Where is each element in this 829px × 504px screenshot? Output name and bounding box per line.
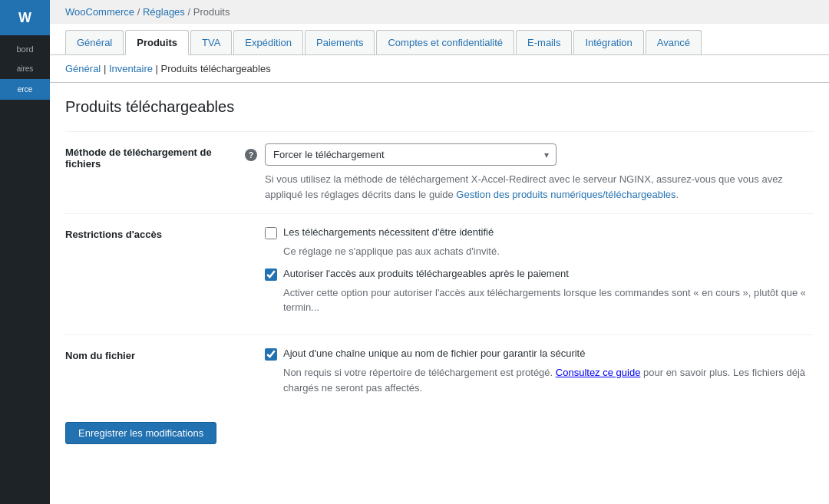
help-text-methode: Si vous utilisez la méthode de télécharg… xyxy=(265,172,814,202)
subnav-sep1: | xyxy=(104,63,109,74)
tabs-list: Général Produits TVA Expédition Paiement… xyxy=(65,24,814,54)
save-button[interactable]: Enregistrer les modifications xyxy=(65,422,216,444)
subnav-current: Produits téléchargeables xyxy=(161,63,271,74)
breadcrumb-reglages[interactable]: Réglages xyxy=(143,6,185,18)
help-icon-methode[interactable]: ? xyxy=(245,149,257,161)
info-link-cb3[interactable]: Consultez ce guide xyxy=(556,367,641,378)
help-link-methode[interactable]: Gestion des produits numériques/téléchar… xyxy=(456,189,675,200)
sidebar: W bord aires erce xyxy=(0,0,50,504)
breadcrumb-woocommerce[interactable]: WooCommerce xyxy=(65,6,134,18)
tab-produits[interactable]: Produits xyxy=(125,30,189,55)
tabs-wrapper: Général Produits TVA Expédition Paiement… xyxy=(50,24,829,55)
label-methode: Méthode de téléchargement de fichiers ? xyxy=(65,143,265,170)
dropdown-methode-wrapper: Forcer le téléchargement X-Accel-Redirec… xyxy=(265,143,557,166)
label-restrictions: Restrictions d'accès xyxy=(65,226,265,240)
sidebar-bord-label: bord xyxy=(3,44,47,54)
tab-paiements[interactable]: Paiements xyxy=(305,30,375,54)
sidebar-item-bord[interactable]: bord xyxy=(0,35,50,58)
dropdown-methode[interactable]: Forcer le téléchargement X-Accel-Redirec… xyxy=(265,143,557,166)
breadcrumb-sep1: / xyxy=(137,6,143,18)
breadcrumb: WooCommerce / Réglages / Produits xyxy=(50,0,829,24)
tab-tva[interactable]: TVA xyxy=(190,30,232,54)
checkbox-after-payment[interactable] xyxy=(265,268,277,281)
content-nomfichier: Ajout d'une chaîne unique au nom de fich… xyxy=(265,347,814,403)
breadcrumb-sep2: / xyxy=(187,6,193,18)
tab-integration[interactable]: Intégration xyxy=(573,30,643,54)
settings-row-restrictions: Restrictions d'accès Les téléchargements… xyxy=(65,213,814,334)
info-text-cb2: Activer cette option pour autoriser l'ac… xyxy=(283,285,814,315)
page-body: Produits téléchargeables Méthode de télé… xyxy=(50,83,829,504)
content-restrictions: Les téléchargements nécessitent d'être i… xyxy=(265,226,814,323)
sidebar-item-woocommerce[interactable]: erce xyxy=(0,79,50,100)
checkbox-label-after-payment[interactable]: Autoriser l'accès aux produits télécharg… xyxy=(283,267,569,281)
subnav-general[interactable]: Général xyxy=(65,63,101,74)
info-text-cb1: Ce réglage ne s'applique pas aux achats … xyxy=(283,244,814,259)
sidebar-item-aires[interactable]: aires xyxy=(0,58,50,79)
checkbox-row-cb1: Les téléchargements nécessitent d'être i… xyxy=(265,226,814,239)
tab-emails[interactable]: E-mails xyxy=(516,30,572,54)
tab-comptes[interactable]: Comptes et confidentialité xyxy=(376,30,514,54)
sidebar-logo[interactable]: W xyxy=(0,0,50,35)
tab-general[interactable]: Général xyxy=(65,30,124,54)
subnav-inventaire[interactable]: Inventaire xyxy=(109,63,153,74)
content-methode: Forcer le téléchargement X-Accel-Redirec… xyxy=(265,143,814,202)
sidebar-woo-label: erce xyxy=(3,85,47,94)
tab-avance[interactable]: Avancé xyxy=(646,30,702,54)
page-title: Produits téléchargeables xyxy=(65,98,814,116)
info-text-cb3: Non requis si votre répertoire de téléch… xyxy=(283,365,814,395)
settings-row-methode: Méthode de téléchargement de fichiers ? … xyxy=(65,131,814,213)
checkbox-identified[interactable] xyxy=(265,227,277,239)
settings-table: Méthode de téléchargement de fichiers ? … xyxy=(65,131,814,414)
tab-expedition[interactable]: Expédition xyxy=(233,30,303,54)
checkbox-label-unique-string[interactable]: Ajout d'une chaîne unique au nom de fich… xyxy=(283,347,585,361)
sidebar-aires-label: aires xyxy=(3,64,47,73)
checkbox-row-cb3: Ajout d'une chaîne unique au nom de fich… xyxy=(265,347,814,361)
label-nomfichier: Nom du fichier xyxy=(65,347,265,361)
subnav-sep2: | xyxy=(156,63,161,74)
settings-row-nomfichier: Nom du fichier Ajout d'une chaîne unique… xyxy=(65,334,814,414)
checkbox-unique-string[interactable] xyxy=(265,348,277,361)
checkbox-label-identified[interactable]: Les téléchargements nécessitent d'être i… xyxy=(283,226,494,239)
main-content: WooCommerce / Réglages / Produits Généra… xyxy=(50,0,829,504)
sidebar-logo-text: W xyxy=(18,10,31,26)
sub-navigation: Général | Inventaire | Produits téléchar… xyxy=(50,55,829,83)
breadcrumb-current: Produits xyxy=(193,6,230,18)
checkbox-row-cb2: Autoriser l'accès aux produits télécharg… xyxy=(265,267,814,281)
